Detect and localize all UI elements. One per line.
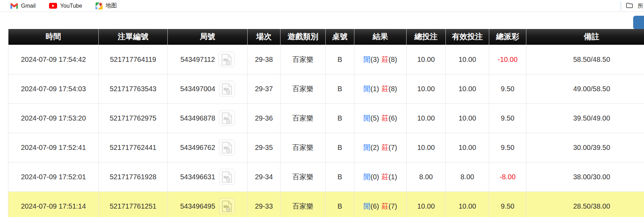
video-file-icon (221, 54, 232, 65)
result-banker-score: (7) (389, 144, 397, 151)
result-player-label: 閒 (363, 56, 371, 63)
video-replay-button[interactable] (219, 139, 235, 155)
maps-icon (96, 2, 103, 9)
cell-total-bet[interactable]: 8.00 (407, 162, 446, 191)
cell-table-no: B (326, 45, 354, 74)
cell-game-type: 百家樂 (281, 103, 326, 133)
round-no-value: 543496762 (180, 144, 215, 152)
video-file-icon (222, 201, 232, 212)
cell-total-bet[interactable]: 10.00 (407, 103, 446, 133)
video-file-icon (222, 171, 232, 183)
cell-payout: 9.50 (489, 191, 526, 217)
cell-game-type: 百家樂 (281, 191, 326, 217)
cell-bet-no: 521717761251 (99, 191, 168, 217)
cell-table-no: B (326, 191, 354, 217)
cell-bet-no: 521717764119 (99, 45, 168, 74)
bookmarks-separator (621, 1, 621, 10)
col-header-table-no: 桌號 (326, 29, 354, 45)
table-row: 2024-07-09 17:54:03 521717763543 5434970… (8, 74, 644, 103)
cell-payout: -10.00 (489, 45, 526, 74)
cell-time: 2024-07-09 17:53:20 (8, 103, 99, 133)
folder-icon (625, 1, 633, 10)
cell-bet-no: 521717762441 (99, 133, 168, 162)
cell-round-no: 543496762 (168, 133, 248, 162)
cell-result: 閒(2)莊(7) (354, 133, 407, 162)
cell-valid-bet: 10.00 (446, 133, 489, 162)
video-replay-button[interactable] (219, 81, 235, 97)
result-banker-score: (1) (389, 173, 397, 181)
col-header-remark: 備註 (526, 29, 644, 45)
cell-time: 2024-07-09 17:51:14 (8, 191, 99, 217)
cell-total-bet[interactable]: 10.00 (407, 74, 446, 103)
cell-table-no: B (326, 162, 354, 191)
table-row: 2024-07-09 17:52:41 521717762441 5434967… (8, 133, 644, 162)
video-replay-button[interactable] (219, 51, 235, 67)
cell-table-no: B (326, 133, 354, 162)
cell-result: 閒(5)莊(6) (354, 103, 407, 133)
cell-round-no: 543497112 (168, 45, 248, 74)
cell-session: 29-33 (248, 191, 281, 217)
cell-total-bet[interactable]: 10.00 (407, 191, 446, 217)
cell-bet-no: 521717763543 (99, 74, 168, 103)
table-row: 2024-07-09 17:54:42 521717764119 5434971… (8, 45, 644, 74)
cell-round-no: 543496495 (168, 191, 248, 217)
result-banker-label: 莊 (382, 85, 389, 93)
cell-total-bet[interactable]: 10.00 (407, 45, 446, 74)
video-file-icon (222, 113, 232, 124)
cell-game-type: 百家樂 (281, 45, 326, 74)
video-replay-button[interactable] (219, 198, 235, 214)
result-banker-label: 莊 (382, 173, 389, 181)
cell-remark: 38.00/30.00 (526, 162, 644, 191)
bet-history-table: 時間 注單編號 局號 場次 遊戲類別 桌號 結果 總投注 有效投注 總派彩 備註… (8, 29, 644, 217)
cell-time: 2024-07-09 17:54:42 (8, 45, 99, 74)
round-no-value: 543496495 (180, 202, 215, 210)
cell-game-type: 百家樂 (281, 162, 326, 191)
cell-session: 29-35 (248, 133, 281, 162)
result-player-score: (1) (371, 85, 379, 93)
cell-remark: 30.00/39.50 (526, 133, 644, 162)
cell-payout: 9.50 (489, 133, 526, 162)
cell-round-no: 543496878 (168, 103, 248, 133)
result-banker-label: 莊 (382, 114, 389, 122)
result-player-label: 閒 (363, 202, 371, 210)
youtube-icon (49, 3, 57, 9)
col-header-round-no: 局號 (168, 29, 248, 45)
table-row: 2024-07-09 17:53:20 521717762975 5434968… (8, 103, 644, 133)
result-player-label: 閒 (363, 173, 371, 181)
bookmark-gmail[interactable]: Gmail (11, 3, 36, 9)
cell-time: 2024-07-09 17:52:01 (8, 162, 99, 191)
bookmarks-bar: Gmail YouTube 地图 (0, 0, 644, 12)
cell-payout: 9.50 (489, 103, 526, 133)
bookmark-maps[interactable]: 地图 (96, 2, 117, 9)
col-header-valid-bet: 有效投注 (446, 29, 489, 45)
result-banker-label: 莊 (382, 56, 389, 63)
cell-remark: 49.00/58.50 (526, 74, 644, 103)
cell-payout: 9.50 (489, 74, 526, 103)
result-player-label: 閒 (363, 144, 371, 151)
cell-game-type: 百家樂 (281, 133, 326, 162)
side-panel-button[interactable] (633, 16, 644, 29)
result-banker-label: 莊 (382, 202, 389, 210)
cell-time: 2024-07-09 17:52:41 (8, 133, 99, 162)
result-banker-score: (8) (389, 56, 397, 63)
bookmark-label: Gmail (21, 3, 36, 9)
cell-total-bet[interactable]: 10.00 (407, 133, 446, 162)
cell-remark: 28.50/38.00 (526, 191, 644, 217)
result-player-label: 閒 (363, 85, 371, 93)
col-header-total-bet: 總投注 (407, 29, 446, 45)
cell-table-no: B (326, 74, 354, 103)
cell-session: 29-38 (248, 45, 281, 74)
video-file-icon (222, 142, 232, 153)
cell-result: 閒(0)莊(1) (354, 162, 407, 191)
table-header-row: 時間 注單編號 局號 場次 遊戲類別 桌號 結果 總投注 有效投注 總派彩 備註 (8, 29, 644, 45)
cell-bet-no: 521717762975 (99, 103, 168, 133)
result-player-score: (6) (371, 202, 379, 210)
video-replay-button[interactable] (219, 110, 235, 126)
round-no-value: 543497112 (180, 56, 215, 64)
all-bookmarks-button[interactable] (625, 1, 633, 10)
bookmark-youtube[interactable]: YouTube (49, 3, 82, 9)
col-header-bet-no: 注單編號 (99, 29, 168, 45)
cell-payout: -8.00 (489, 162, 526, 191)
video-replay-button[interactable] (219, 169, 235, 185)
cell-bet-no: 521717761928 (99, 162, 168, 191)
